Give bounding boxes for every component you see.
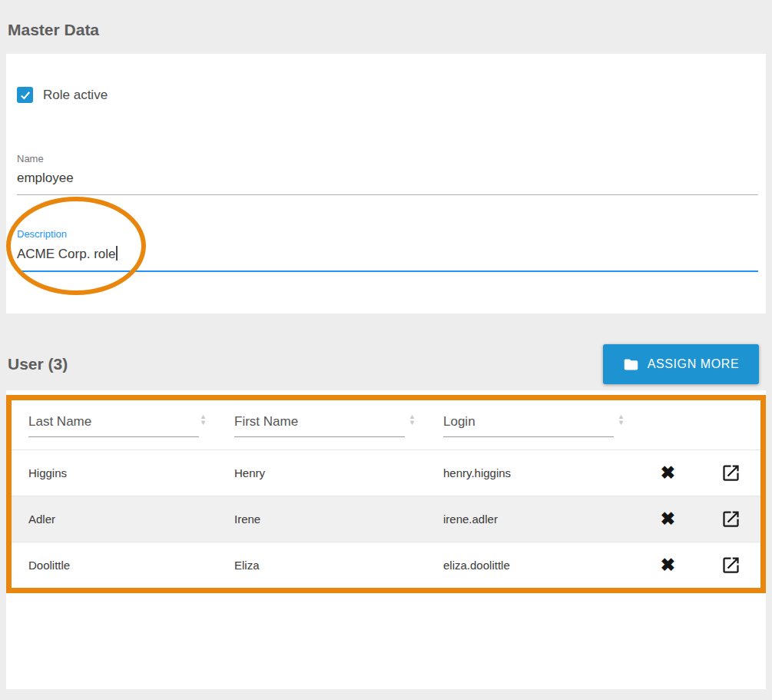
name-input[interactable]: employee bbox=[17, 171, 758, 195]
login-filter-input[interactable]: Login bbox=[443, 414, 614, 437]
name-field-label: Name bbox=[17, 153, 44, 164]
table-row: Adler Irene irene.adler ✖ bbox=[12, 496, 760, 542]
sort-down-icon: ▼ bbox=[618, 420, 625, 426]
last-name-filter-input[interactable]: Last Name bbox=[28, 414, 199, 437]
cell-login: eliza.doolittle bbox=[426, 559, 635, 572]
cell-last-name: Adler bbox=[12, 513, 217, 526]
role-active-checkbox[interactable] bbox=[17, 87, 33, 103]
description-input-value: ACME Corp. role bbox=[17, 247, 115, 261]
column-header-open bbox=[701, 400, 760, 450]
cell-first-name: Eliza bbox=[217, 559, 426, 572]
description-field-label: Description bbox=[17, 228, 67, 240]
assign-more-label: ASSIGN MORE bbox=[648, 357, 740, 371]
cell-first-name: Henry bbox=[217, 466, 426, 479]
description-input[interactable]: ACME Corp. role bbox=[17, 246, 758, 272]
sort-arrows-icon[interactable]: ▲ ▼ bbox=[618, 413, 625, 426]
cell-login: henry.higgins bbox=[426, 466, 635, 479]
column-header-last-name: Last Name ▲ ▼ bbox=[12, 400, 217, 450]
open-in-new-icon[interactable] bbox=[721, 463, 741, 483]
column-header-first-name: First Name ▲ ▼ bbox=[217, 400, 426, 450]
master-data-title: Master Data bbox=[8, 21, 99, 39]
checkmark-icon bbox=[19, 89, 31, 101]
cell-first-name: Irene bbox=[217, 513, 426, 526]
sort-arrows-icon[interactable]: ▲ ▼ bbox=[200, 413, 207, 426]
sort-arrows-icon[interactable]: ▲ ▼ bbox=[409, 413, 416, 426]
cell-last-name: Higgins bbox=[12, 466, 217, 479]
column-header-login: Login ▲ ▼ bbox=[426, 400, 635, 450]
master-data-card: Role active Name employee Description AC… bbox=[6, 54, 766, 314]
sort-down-icon: ▼ bbox=[200, 420, 207, 426]
role-active-label: Role active bbox=[43, 88, 108, 103]
table-header-row: Last Name ▲ ▼ First Name ▲ ▼ Login ▲ ▼ bbox=[12, 400, 760, 450]
assign-more-button[interactable]: ASSIGN MORE bbox=[603, 344, 759, 384]
role-active-row: Role active bbox=[17, 87, 108, 103]
table-row: Higgins Henry henry.higgins ✖ bbox=[12, 450, 760, 496]
remove-x-icon[interactable]: ✖ bbox=[661, 556, 675, 574]
cell-last-name: Doolittle bbox=[12, 559, 217, 572]
cell-login: irene.adler bbox=[426, 513, 635, 526]
table-row: Doolittle Eliza eliza.doolittle ✖ bbox=[12, 542, 760, 588]
text-cursor bbox=[116, 246, 118, 260]
open-in-new-icon[interactable] bbox=[721, 509, 741, 529]
remove-x-icon[interactable]: ✖ bbox=[661, 510, 675, 528]
remove-x-icon[interactable]: ✖ bbox=[661, 464, 675, 482]
annotation-rectangle-user-table: Last Name ▲ ▼ First Name ▲ ▼ Login ▲ ▼ bbox=[6, 395, 766, 593]
first-name-filter-input[interactable]: First Name bbox=[234, 414, 405, 437]
open-in-new-icon[interactable] bbox=[721, 555, 741, 576]
column-header-actions bbox=[635, 400, 701, 450]
user-section-title: User (3) bbox=[8, 355, 68, 373]
folder-icon bbox=[623, 357, 639, 373]
name-input-value: employee bbox=[17, 171, 74, 185]
page: Master Data Role active Name employee De… bbox=[0, 0, 772, 700]
sort-down-icon: ▼ bbox=[409, 420, 416, 426]
